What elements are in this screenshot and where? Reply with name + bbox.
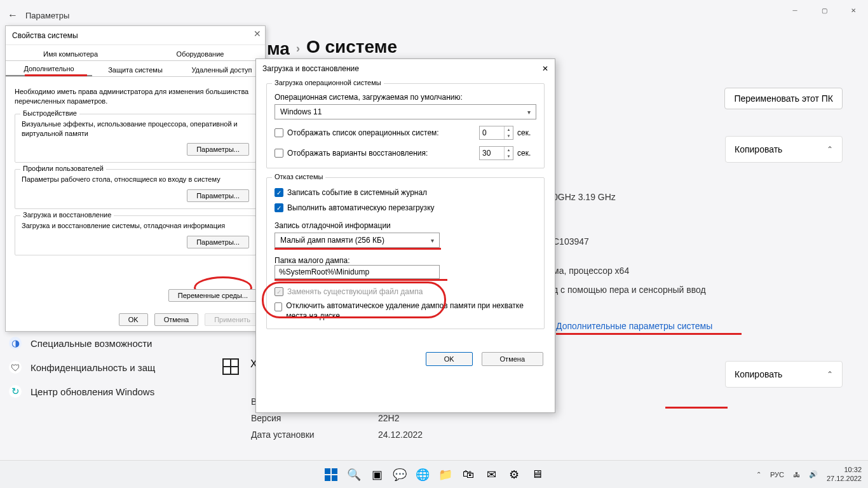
sidebar-item-updates[interactable]: ↻ Центр обновления Windows	[9, 385, 155, 398]
ok-button[interactable]: OK	[426, 352, 473, 366]
spinner-icon[interactable]: ▲▼	[504, 126, 513, 139]
minimize-button[interactable]: ─	[780, 0, 810, 20]
breadcrumb-parent[interactable]: ма	[267, 39, 290, 59]
env-vars-button[interactable]: Переменные среды...	[168, 289, 257, 302]
close-icon[interactable]: ✕	[542, 64, 548, 73]
auto-restart-row: ✓ Выполнить автоматическую перезагрузку	[275, 203, 536, 212]
annotation-underline	[275, 279, 447, 281]
group-text: Параметры рабочего стола, относящиеся ко…	[22, 175, 249, 184]
auto-restart-checkbox[interactable]: ✓	[275, 203, 283, 212]
system-failure-group: Отказ системы ✓ Записать событие в систе…	[266, 177, 545, 329]
group-label: Быстродействие	[20, 109, 79, 117]
apply-button[interactable]: Применить	[205, 313, 260, 326]
default-os-label: Операционная система, загружаемая по умо…	[275, 93, 536, 102]
cancel-button[interactable]: Отмена	[482, 352, 543, 366]
performance-settings-button[interactable]: Параметры...	[187, 143, 249, 156]
dialog-footer: OK Отмена	[256, 346, 555, 372]
tab-protection[interactable]: Защита системы	[92, 64, 179, 76]
breadcrumb: ма › О системе	[267, 37, 397, 60]
dbg-info-label: Запись отладочной информации	[275, 221, 536, 230]
taskbar-right: ⌃ РУС 🖧 🔊 10:32 27.12.2022	[756, 466, 862, 482]
performance-group: Быстродействие Визуальные эффекты, испол…	[15, 114, 256, 163]
app-icon[interactable]: 🖥	[528, 466, 546, 484]
checkbox-label: Записать событие в системный журнал	[287, 188, 427, 197]
tab-remote[interactable]: Удаленный доступ	[179, 64, 265, 76]
annotation-underline	[25, 74, 87, 76]
checkbox-label: Отображать список операционных систем:	[287, 128, 439, 137]
volume-icon[interactable]: 🔊	[809, 470, 818, 478]
windows-icon	[222, 358, 239, 375]
edge-icon[interactable]: 🌐	[414, 466, 431, 484]
cancel-button[interactable]: Отмена	[154, 313, 198, 326]
advanced-system-link[interactable]: Дополнительные параметры системы	[556, 321, 712, 331]
spinner-icon[interactable]: ▲▼	[504, 147, 513, 159]
chevron-down-icon: ▾	[527, 109, 531, 116]
dialog-title-text: Свойства системы	[12, 31, 78, 40]
show-recovery-checkbox[interactable]	[275, 149, 283, 158]
tabs-row-1: Имя компьютера Оборудование	[6, 45, 265, 61]
network-icon[interactable]: 🖧	[793, 471, 800, 478]
accessibility-icon: ◑	[9, 337, 22, 349]
group-label: Загрузка и восстановление	[20, 211, 114, 219]
dumpdir-input[interactable]: %SystemRoot%\Minidump	[275, 265, 440, 279]
chat-icon[interactable]: 💬	[391, 466, 409, 484]
settings-icon[interactable]: ⚙	[505, 466, 523, 484]
language-indicator[interactable]: РУС	[770, 471, 784, 478]
tab-hardware[interactable]: Оборудование	[135, 48, 265, 60]
show-recovery-seconds[interactable]: 30 ▲▼	[479, 146, 513, 160]
back-icon[interactable]: ←	[8, 10, 18, 21]
tray-chevron-icon[interactable]: ⌃	[756, 471, 761, 478]
startup-settings-button[interactable]: Параметры...	[187, 236, 249, 248]
copy-winspecs-button[interactable]: Копировать ⌃	[725, 361, 843, 388]
maximize-button[interactable]: ▢	[810, 0, 839, 20]
annotation-underline	[275, 248, 441, 250]
checkbox-label: Отображать варианты восстановления:	[287, 149, 428, 158]
numeric-value: 30	[482, 149, 491, 158]
overwrite-row: ✓ Заменять существующий файл дампа	[275, 287, 536, 296]
explorer-icon[interactable]: 📁	[437, 466, 454, 484]
group-label: Загрузка операционной системы	[272, 79, 384, 86]
autodel-checkbox[interactable]	[275, 302, 282, 311]
copy-specs-button[interactable]: Копировать ⌃	[725, 136, 843, 163]
dump-type-select[interactable]: Малый дамп памяти (256 КБ) ▾	[275, 233, 440, 248]
show-list-checkbox[interactable]	[275, 128, 283, 137]
sidebar-item-privacy[interactable]: 🛡 Конфиденциальность и защ	[9, 361, 155, 374]
admin-note: Необходимо иметь права администратора дл…	[15, 87, 256, 106]
profiles-group: Профили пользователей Параметры рабочего…	[15, 169, 256, 209]
clock[interactable]: 10:32 27.12.2022	[827, 466, 862, 482]
checkbox-label: Заменять существующий файл дампа	[287, 287, 423, 296]
task-view-icon[interactable]: ▣	[368, 466, 386, 484]
rename-pc-button[interactable]: Переименовать этот ПК	[724, 88, 843, 109]
show-list-seconds[interactable]: 0 ▲▼	[479, 126, 513, 140]
dialog-body: Необходимо иметь права администратора дл…	[6, 77, 265, 268]
system-startup-group: Загрузка операционной системы Операционн…	[266, 83, 545, 168]
tab-computer-name[interactable]: Имя компьютера	[6, 48, 135, 60]
copy-label: Копировать	[735, 144, 782, 154]
spec-arch: ма, процессор x64	[553, 266, 629, 276]
spec-key: Версия	[251, 413, 378, 423]
sidebar-item-accessibility[interactable]: ◑ Специальные возможности	[9, 337, 155, 349]
chevron-down-icon: ▾	[431, 237, 434, 244]
ok-button[interactable]: OK	[119, 313, 148, 326]
dumpdir-label: Папка малого дампа:	[275, 256, 536, 265]
spec-pen: д с помощью пера и сенсорный ввод	[553, 285, 706, 295]
annotation-underline	[665, 407, 728, 409]
time-text: 10:32	[827, 466, 862, 474]
close-icon[interactable]: ✕	[254, 29, 261, 39]
startup-recovery-group: Загрузка и восстановление Загрузка и вос…	[15, 215, 256, 255]
write-event-checkbox[interactable]: ✓	[275, 188, 283, 197]
store-icon[interactable]: 🛍	[459, 466, 477, 484]
close-button[interactable]: ✕	[839, 0, 868, 20]
group-text: Загрузка и восстановление системы, отлад…	[22, 221, 249, 231]
default-os-select[interactable]: Windows 11 ▾	[275, 104, 536, 119]
profiles-settings-button[interactable]: Параметры...	[187, 189, 249, 202]
spec-val: 22H2	[378, 413, 505, 423]
sidebar-item-label: Специальные возможности	[31, 338, 153, 349]
shield-icon: 🛡	[9, 361, 22, 374]
input-value: %SystemRoot%\Minidump	[279, 268, 369, 276]
start-button[interactable]	[322, 466, 340, 484]
show-list-row: Отображать список операционных систем: 0…	[275, 126, 536, 140]
seconds-label: сек.	[517, 149, 536, 158]
mail-icon[interactable]: ✉	[482, 466, 500, 484]
search-icon[interactable]: 🔍	[345, 466, 363, 484]
